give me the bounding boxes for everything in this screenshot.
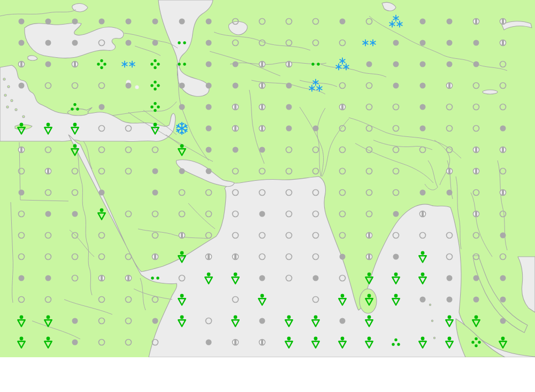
rain-shower-icon bbox=[419, 273, 426, 284]
clear-sky-icon bbox=[366, 19, 372, 25]
overcast-cloud-icon bbox=[179, 104, 185, 110]
heavy-snow-icon bbox=[389, 16, 402, 27]
overcast-cloud-icon bbox=[420, 104, 426, 110]
rain-shower-icon bbox=[285, 316, 293, 327]
overcast-cloud-icon bbox=[286, 83, 292, 89]
clear-sky-icon bbox=[152, 211, 158, 217]
partly-cloudy-icon bbox=[233, 340, 239, 345]
clear-sky-icon bbox=[500, 104, 506, 110]
clear-sky-icon bbox=[206, 211, 212, 217]
partly-cloudy-icon bbox=[500, 40, 506, 46]
partly-cloudy-icon bbox=[233, 254, 239, 260]
clear-sky-icon bbox=[99, 318, 105, 324]
overcast-cloud-icon bbox=[45, 19, 51, 25]
clear-sky-icon bbox=[99, 297, 105, 303]
clear-sky-icon bbox=[500, 211, 506, 217]
overcast-cloud-icon bbox=[393, 83, 399, 89]
snow-icon bbox=[122, 62, 135, 67]
clear-sky-icon bbox=[126, 168, 132, 174]
clear-sky-icon bbox=[447, 147, 453, 153]
clear-sky-icon bbox=[233, 168, 239, 174]
clear-sky-icon bbox=[233, 19, 239, 25]
clear-sky-icon bbox=[286, 190, 292, 196]
clear-sky-icon bbox=[233, 297, 239, 303]
clear-sky-icon bbox=[45, 297, 51, 303]
partly-cloudy-icon bbox=[259, 104, 265, 110]
overcast-cloud-icon bbox=[259, 211, 265, 217]
clear-sky-icon bbox=[366, 104, 372, 110]
clear-sky-icon bbox=[126, 254, 132, 260]
rain-shower-icon bbox=[98, 209, 105, 220]
partly-cloudy-icon bbox=[473, 211, 479, 217]
partly-cloudy-icon bbox=[473, 168, 479, 174]
overcast-cloud-icon bbox=[126, 83, 132, 89]
map-canvas bbox=[0, 0, 535, 357]
partly-cloudy-icon bbox=[500, 190, 506, 196]
overcast-cloud-icon bbox=[420, 83, 426, 89]
rain-shower-icon bbox=[419, 337, 426, 348]
clear-sky-icon bbox=[179, 190, 185, 196]
clear-sky-icon bbox=[19, 233, 25, 239]
clear-sky-icon bbox=[152, 340, 158, 345]
overcast-cloud-icon bbox=[447, 275, 453, 281]
rain-shower-icon bbox=[339, 337, 346, 348]
rain-shower-icon bbox=[151, 123, 159, 134]
clear-sky-icon bbox=[233, 211, 239, 217]
clear-sky-icon bbox=[340, 83, 346, 89]
rain-shower-icon bbox=[365, 316, 373, 327]
overcast-cloud-icon bbox=[19, 190, 25, 196]
clear-sky-icon bbox=[286, 233, 292, 239]
clear-sky-icon bbox=[72, 168, 78, 174]
partly-cloudy-icon bbox=[286, 62, 292, 67]
overcast-cloud-icon bbox=[72, 19, 78, 25]
clear-sky-icon bbox=[447, 126, 453, 132]
overcast-cloud-icon bbox=[500, 297, 506, 303]
light-rain-icon bbox=[178, 41, 186, 44]
rain-shower-icon bbox=[446, 316, 453, 327]
rain-shower-icon bbox=[365, 273, 373, 284]
overcast-cloud-icon bbox=[420, 190, 426, 196]
clear-sky-icon bbox=[313, 40, 319, 46]
clear-sky-icon bbox=[233, 40, 239, 46]
rain-shower-icon bbox=[258, 294, 266, 305]
rain-shower-icon bbox=[178, 144, 186, 156]
rain-shower-icon bbox=[178, 294, 186, 305]
overcast-cloud-icon bbox=[206, 19, 212, 25]
overcast-cloud-icon bbox=[19, 40, 25, 46]
clear-sky-icon bbox=[340, 275, 346, 281]
clear-sky-icon bbox=[366, 147, 372, 153]
clear-sky-icon bbox=[313, 233, 319, 239]
clear-sky-icon bbox=[45, 147, 51, 153]
clear-sky-icon bbox=[313, 190, 319, 196]
moderate-rain-icon bbox=[392, 339, 400, 346]
rain-shower-icon bbox=[44, 123, 52, 134]
clear-sky-icon bbox=[206, 190, 212, 196]
clear-sky-icon bbox=[393, 126, 399, 132]
clear-sky-icon bbox=[286, 168, 292, 174]
overcast-cloud-icon bbox=[259, 275, 265, 281]
partly-cloudy-icon bbox=[366, 254, 372, 260]
overcast-cloud-icon bbox=[72, 40, 78, 46]
overcast-cloud-icon bbox=[45, 62, 51, 67]
clear-sky-icon bbox=[366, 126, 372, 132]
clear-sky-icon bbox=[340, 211, 346, 217]
rain-shower-icon bbox=[18, 316, 25, 327]
clear-sky-icon bbox=[500, 62, 506, 67]
clear-sky-icon bbox=[19, 211, 25, 217]
overcast-cloud-icon bbox=[420, 62, 426, 67]
moderate-rain-icon bbox=[71, 103, 79, 111]
clear-sky-icon bbox=[72, 190, 78, 196]
overcast-cloud-icon bbox=[206, 104, 212, 110]
clear-sky-icon bbox=[447, 233, 453, 239]
overcast-cloud-icon bbox=[19, 19, 25, 25]
weather-map-screenshot: Weather typeGFS We 10-12-2025 06:00 UTC … bbox=[0, 0, 535, 392]
clear-sky-icon bbox=[72, 83, 78, 89]
clear-sky-icon bbox=[99, 147, 105, 153]
rain-shower-icon bbox=[446, 337, 453, 348]
rain-shower-icon bbox=[365, 337, 373, 348]
partly-cloudy-icon bbox=[259, 62, 265, 67]
rain-shower-icon bbox=[312, 337, 319, 348]
overcast-cloud-icon bbox=[152, 190, 158, 196]
rain-shower-icon bbox=[499, 337, 507, 348]
overcast-cloud-icon bbox=[447, 19, 453, 25]
